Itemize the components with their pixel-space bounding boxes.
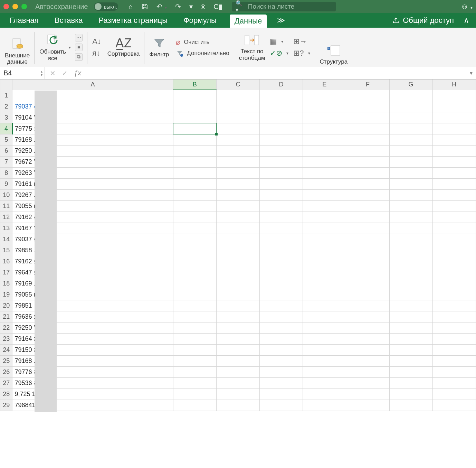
cell[interactable]: [303, 377, 346, 389]
cell[interactable]: [346, 256, 389, 267]
fx-icon[interactable]: ƒx: [74, 69, 81, 77]
cell[interactable]: [346, 189, 389, 200]
home-icon[interactable]: ⌂: [128, 3, 133, 11]
cell[interactable]: [389, 245, 432, 256]
cell[interactable]: [389, 278, 432, 289]
cell[interactable]: [389, 123, 432, 134]
cell[interactable]: [346, 322, 389, 333]
save-icon[interactable]: [141, 3, 148, 10]
cell[interactable]: 79851: [12, 300, 173, 311]
cell[interactable]: [432, 123, 476, 134]
cell[interactable]: [216, 389, 259, 400]
cell[interactable]: 79037 4: [12, 101, 173, 112]
cell[interactable]: [173, 322, 216, 333]
chevron-right-icon[interactable]: ∧: [464, 16, 469, 25]
cell[interactable]: [303, 400, 346, 411]
cell[interactable]: [346, 234, 389, 245]
cell[interactable]: [389, 289, 432, 300]
row-header[interactable]: 9: [0, 178, 12, 189]
cell[interactable]: [389, 322, 432, 333]
cell[interactable]: [259, 389, 303, 400]
cell[interactable]: [303, 256, 346, 267]
close-window-button[interactable]: [3, 4, 9, 9]
cell[interactable]: [432, 289, 476, 300]
cell[interactable]: [432, 112, 476, 123]
cell[interactable]: [432, 145, 476, 156]
cell[interactable]: [346, 355, 389, 366]
cell[interactable]: [432, 377, 476, 389]
cell[interactable]: [216, 289, 259, 300]
cell[interactable]: [432, 245, 476, 256]
sort-desc-button[interactable]: я↓: [92, 49, 101, 58]
cell[interactable]: [346, 333, 389, 344]
cell[interactable]: [389, 256, 432, 267]
cell[interactable]: [216, 377, 259, 389]
cell[interactable]: [173, 311, 216, 322]
advanced-filter-button[interactable]: Дополнительно: [176, 49, 229, 57]
tab-formulas[interactable]: Формулы: [181, 13, 219, 28]
column-header[interactable]: B: [173, 79, 216, 90]
column-header[interactable]: E: [303, 79, 346, 90]
cell[interactable]: [259, 200, 303, 212]
cell[interactable]: [173, 90, 216, 101]
sort-asc-button[interactable]: A↓: [92, 37, 101, 46]
cell[interactable]: [389, 101, 432, 112]
cell[interactable]: [432, 223, 476, 234]
row-header[interactable]: 19: [0, 289, 12, 300]
cell[interactable]: [432, 267, 476, 278]
cell[interactable]: [303, 134, 346, 145]
cell[interactable]: [303, 322, 346, 333]
cell[interactable]: [173, 167, 216, 178]
properties-icon[interactable]: ≡: [75, 44, 83, 51]
cell[interactable]: [216, 344, 259, 355]
cell[interactable]: [303, 300, 346, 311]
row-header[interactable]: 6: [0, 145, 12, 156]
cell[interactable]: [346, 178, 389, 189]
cell[interactable]: [216, 167, 259, 178]
row-header[interactable]: 10: [0, 189, 12, 200]
cell[interactable]: [303, 112, 346, 123]
cell[interactable]: [346, 245, 389, 256]
cell[interactable]: [173, 200, 216, 212]
cell[interactable]: [432, 366, 476, 377]
cell[interactable]: [259, 112, 303, 123]
expand-formula-bar-icon[interactable]: ▾: [466, 70, 476, 76]
text-to-columns-button[interactable]: Текст по столбцам: [239, 33, 265, 61]
cell[interactable]: [346, 112, 389, 123]
cell[interactable]: [12, 90, 173, 101]
row-header[interactable]: 2: [0, 101, 12, 112]
whatif-button[interactable]: ⊞?▾: [293, 49, 310, 58]
row-header[interactable]: 3: [0, 112, 12, 123]
cell[interactable]: [259, 189, 303, 200]
cell[interactable]: [173, 145, 216, 156]
row-header[interactable]: 28: [0, 389, 12, 400]
cell[interactable]: [389, 355, 432, 366]
cell[interactable]: [173, 189, 216, 200]
cell[interactable]: [216, 200, 259, 212]
cell[interactable]: [346, 90, 389, 101]
cell[interactable]: [389, 344, 432, 355]
cell[interactable]: [216, 101, 259, 112]
cell[interactable]: [259, 256, 303, 267]
cell[interactable]: [173, 355, 216, 366]
cell[interactable]: [303, 245, 346, 256]
cell[interactable]: [259, 289, 303, 300]
refresh-all-button[interactable]: Обновить все: [39, 33, 66, 62]
row-header[interactable]: 15: [0, 245, 12, 256]
row-header[interactable]: 7: [0, 156, 12, 167]
row-header[interactable]: 26: [0, 366, 12, 377]
cell[interactable]: [173, 256, 216, 267]
cell[interactable]: 79647 ϶4: [12, 267, 173, 278]
cell[interactable]: [216, 311, 259, 322]
cell[interactable]: [303, 355, 346, 366]
cell[interactable]: [216, 145, 259, 156]
structure-button[interactable]: + Структура: [320, 44, 348, 65]
cell[interactable]: [389, 377, 432, 389]
cell[interactable]: [259, 311, 303, 322]
cell[interactable]: [216, 123, 259, 134]
app-addin-icon[interactable]: x̄: [201, 2, 205, 11]
cell[interactable]: 79055 ι0: [12, 289, 173, 300]
cell[interactable]: [346, 167, 389, 178]
row-header[interactable]: 23: [0, 333, 12, 344]
cell[interactable]: [173, 278, 216, 289]
